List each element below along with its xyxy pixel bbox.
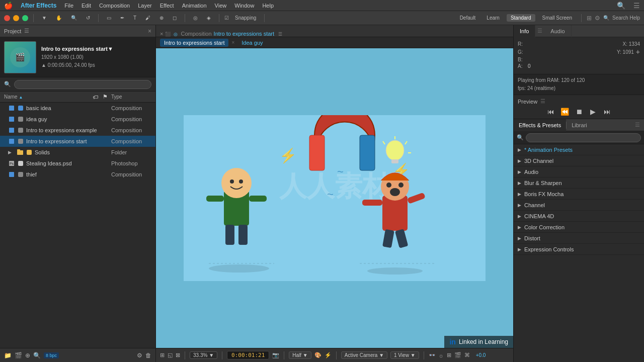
category-expression[interactable]: ▶ Expression Controls	[514, 244, 644, 255]
camera-select[interactable]: Active Camera ▼	[341, 351, 387, 359]
comp-viewer-icon[interactable]: ◎	[174, 32, 178, 37]
roto-tool[interactable]: ◎	[190, 14, 201, 22]
transparency-btn[interactable]: ⊠	[176, 352, 180, 358]
step-back-btn[interactable]: ⏪	[560, 108, 570, 116]
menu-layer[interactable]: Layer	[138, 3, 152, 9]
find-btn[interactable]: 🔍	[33, 352, 41, 359]
snapping-checkbox[interactable]: ☑	[224, 15, 229, 21]
folder-expand-icon[interactable]: ▶	[8, 150, 12, 155]
close-comp-icon[interactable]: ×	[160, 31, 163, 37]
apple-logo[interactable]: 🍎	[4, 2, 13, 10]
search-icon[interactable]: 🔍	[617, 2, 625, 10]
col-name-header[interactable]: Name ▲	[4, 94, 89, 100]
rect-tool[interactable]: ▭	[104, 14, 114, 22]
fast-preview-btn[interactable]: ⚡	[325, 352, 332, 358]
category-3d-channel[interactable]: ▶ 3D Channel	[514, 155, 644, 166]
bpc-badge[interactable]: 8 bpc	[44, 352, 59, 358]
file-item-solids[interactable]: ▶ Solids Folder	[0, 147, 155, 158]
menu-help[interactable]: Help	[262, 3, 274, 9]
maximize-window-btn[interactable]	[22, 15, 28, 21]
category-animation-presets[interactable]: ▶ * Animation Presets	[514, 144, 644, 155]
search-help-icon[interactable]: 🔍	[603, 15, 609, 21]
category-audio[interactable]: ▶ Audio	[514, 166, 644, 177]
menu-edit[interactable]: Edit	[82, 3, 91, 9]
menu-window[interactable]: Window	[234, 3, 254, 9]
category-distort[interactable]: ▶ Distort	[514, 233, 644, 244]
hide-show-ui-btn[interactable]: ⌘	[464, 352, 470, 358]
snapping-label[interactable]: Snapping	[232, 14, 259, 22]
brush-tool[interactable]: 🖌	[142, 14, 153, 22]
clone-tool[interactable]: ⊕	[156, 14, 167, 22]
comp-menu-icon[interactable]: ☰	[278, 32, 282, 37]
workspace-learn[interactable]: Learn	[482, 14, 504, 22]
subtab-idea-guy[interactable]: Idea guy	[237, 39, 267, 47]
menu-animation[interactable]: Animation	[182, 3, 207, 9]
file-item-stealing[interactable]: Ps Stealing Ideas.psd Photoshop	[0, 158, 155, 169]
category-channel[interactable]: ▶ Channel	[514, 200, 644, 211]
effects-panel-menu[interactable]: ☰	[635, 122, 644, 128]
preview-pixels-btn[interactable]: ⊞	[447, 352, 451, 358]
minimize-window-btn[interactable]	[13, 15, 19, 21]
delete-btn[interactable]: 🗑	[145, 352, 151, 359]
hand-tool[interactable]: ✋	[53, 14, 65, 22]
effects-btn[interactable]: ⚙	[137, 352, 142, 359]
stop-btn[interactable]: ⏹	[574, 108, 584, 116]
preview-footage-btn[interactable]: 🎬	[454, 352, 461, 358]
region-interest-btn[interactable]: ◱	[168, 352, 173, 358]
3d-glasses-btn[interactable]: 👓	[429, 352, 436, 358]
file-item-thief[interactable]: thief Composition	[0, 169, 155, 180]
play-btn[interactable]: ▶	[588, 108, 598, 116]
file-item-intro-start[interactable]: Intro to expressions start Composition	[0, 136, 155, 147]
library-tab[interactable]: Librari	[567, 119, 592, 131]
new-folder-btn[interactable]: 📁	[4, 352, 12, 359]
settings-icon[interactable]: ⚙	[595, 15, 600, 22]
close-window-btn[interactable]	[4, 15, 10, 21]
file-item-basic-idea[interactable]: basic idea Composition	[0, 103, 155, 114]
rotate-tool[interactable]: ↺	[83, 14, 93, 22]
jump-to-end-btn[interactable]: ⏭	[602, 108, 612, 116]
category-boris[interactable]: ▶ Boris FX Mocha	[514, 189, 644, 200]
audio-tab[interactable]: Audio	[544, 25, 571, 37]
app-name[interactable]: After Effects	[21, 2, 56, 9]
project-panel-menu-icon[interactable]: ☰	[24, 28, 29, 34]
effects-search-input[interactable]	[526, 133, 641, 142]
eraser-tool[interactable]: ◻	[170, 14, 180, 22]
snap-to-grid-btn[interactable]: ⊞	[160, 352, 165, 358]
col-type-header[interactable]: Type	[111, 94, 151, 100]
project-panel-close[interactable]: ×	[148, 28, 151, 35]
category-blur[interactable]: ▶ Blur & Sharpen	[514, 177, 644, 189]
menu-effect[interactable]: Effect	[160, 3, 174, 9]
new-comp-btn[interactable]: 🎬	[15, 352, 22, 359]
workspace-standard[interactable]: Standard	[507, 14, 535, 22]
puppet-tool[interactable]: ◈	[204, 14, 214, 22]
timecode-display[interactable]: 0:00:01:21	[227, 351, 269, 359]
reset-exposure-btn[interactable]: ☼	[439, 352, 444, 358]
pen-tool[interactable]: ✒	[117, 14, 127, 22]
color-manage-btn[interactable]: 🎨	[314, 352, 321, 358]
selection-tool[interactable]: ▼	[39, 14, 50, 22]
menu-composition[interactable]: Composition	[99, 3, 130, 9]
project-search-input[interactable]	[14, 80, 151, 89]
quality-select[interactable]: Half ▼	[289, 351, 311, 359]
preview-menu-icon[interactable]: ☰	[540, 98, 545, 105]
info-tab[interactable]: Info	[514, 25, 535, 37]
info-plus-btn[interactable]: +	[636, 48, 640, 56]
new-item-btn[interactable]: ⊕	[25, 352, 30, 359]
subtab-close[interactable]: ×	[231, 40, 234, 45]
category-color-correction[interactable]: ▶ Color Correction	[514, 222, 644, 233]
menu-extra-icon[interactable]: ☰	[633, 2, 640, 10]
subtab-intro-start[interactable]: Intro to expressions start	[160, 39, 228, 47]
view-select[interactable]: 1 View ▼	[390, 351, 419, 359]
comp-lock-icon[interactable]: ⬛	[165, 32, 171, 37]
zoom-display[interactable]: 33.3% ▼	[190, 351, 217, 359]
effects-presets-tab[interactable]: Effects & Presets	[514, 119, 566, 131]
file-item-intro-example[interactable]: Intro to expressions example Composition	[0, 125, 155, 136]
category-cinema4d[interactable]: ▶ CINEMA 4D	[514, 211, 644, 222]
menu-view[interactable]: View	[215, 3, 227, 9]
panels-icon[interactable]: ⊞	[587, 15, 592, 22]
info-tab-menu[interactable]: ☰	[535, 28, 544, 34]
zoom-tool[interactable]: 🔍	[68, 14, 80, 22]
jump-to-start-btn[interactable]: ⏮	[546, 108, 556, 116]
text-tool[interactable]: T	[130, 14, 139, 22]
file-item-idea-guy[interactable]: idea guy Composition	[0, 114, 155, 125]
